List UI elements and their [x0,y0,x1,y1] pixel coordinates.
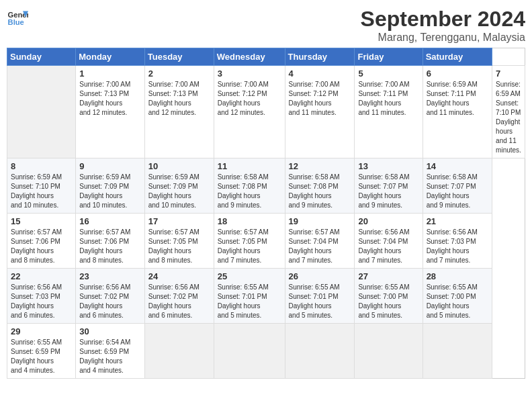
calendar-cell: 14Sunrise: 6:58 AMSunset: 7:07 PMDayligh… [423,158,492,214]
cell-details: Sunrise: 7:00 AMSunset: 7:12 PMDaylight … [218,80,281,118]
cell-details: Sunrise: 6:55 AMSunset: 6:59 PMDaylight … [11,338,72,375]
calendar-cell [144,324,214,379]
day-number: 4 [289,68,351,79]
cell-details: Sunrise: 6:55 AMSunset: 7:01 PMDaylight … [289,283,351,320]
day-number: 12 [289,161,351,171]
calendar-cell: 22Sunrise: 6:56 AMSunset: 7:03 PMDayligh… [7,269,76,324]
day-number: 6 [427,68,488,79]
day-number: 8 [11,161,72,171]
day-header-tuesday: Tuesday [144,48,214,66]
calendar: SundayMondayTuesdayWednesdayThursdayFrid… [7,48,525,379]
calendar-cell: 21Sunrise: 6:56 AMSunset: 7:03 PMDayligh… [423,214,492,269]
day-number: 1 [79,68,141,79]
calendar-cell: 2Sunrise: 7:00 AMSunset: 7:13 PMDaylight… [144,66,214,158]
day-number: 29 [11,326,72,336]
calendar-cell: 24Sunrise: 6:56 AMSunset: 7:02 PMDayligh… [144,269,214,324]
day-number: 18 [218,216,281,226]
calendar-cell [355,324,423,379]
header: General Blue September 2024 Marang, Tere… [7,7,525,44]
day-number: 17 [148,216,210,226]
calendar-cell: 27Sunrise: 6:55 AMSunset: 7:00 PMDayligh… [355,269,423,324]
day-number: 23 [79,271,141,281]
calendar-cell: 11Sunrise: 6:58 AMSunset: 7:08 PMDayligh… [214,158,285,214]
calendar-cell: 23Sunrise: 6:56 AMSunset: 7:02 PMDayligh… [76,269,145,324]
day-number: 25 [218,271,281,281]
calendar-header-row: SundayMondayTuesdayWednesdayThursdayFrid… [7,48,525,66]
cell-details: Sunrise: 6:58 AMSunset: 7:07 PMDaylight … [427,173,488,210]
day-number: 11 [218,161,281,171]
day-number: 24 [148,271,210,281]
day-number: 21 [427,216,488,226]
calendar-cell: 9Sunrise: 6:59 AMSunset: 7:09 PMDaylight… [76,158,145,214]
calendar-cell: 20Sunrise: 6:56 AMSunset: 7:04 PMDayligh… [355,214,423,269]
day-number: 13 [358,161,418,171]
cell-details: Sunrise: 7:00 AMSunset: 7:11 PMDaylight … [358,80,418,118]
svg-text:Blue: Blue [8,18,24,26]
calendar-week-row: 8Sunrise: 6:59 AMSunset: 7:10 PMDaylight… [7,158,525,214]
calendar-cell: 3Sunrise: 7:00 AMSunset: 7:12 PMDaylight… [214,66,285,158]
location-title: Marang, Terengganu, Malaysia [361,32,525,44]
day-number: 15 [11,216,72,226]
cell-details: Sunrise: 6:57 AMSunset: 7:05 PMDaylight … [148,228,210,265]
calendar-cell: 26Sunrise: 6:55 AMSunset: 7:01 PMDayligh… [285,269,355,324]
cell-details: Sunrise: 6:54 AMSunset: 6:59 PMDaylight … [79,338,141,375]
cell-details: Sunrise: 7:00 AMSunset: 7:12 PMDaylight … [289,80,351,118]
day-number: 3 [218,68,281,79]
day-number: 2 [148,68,210,79]
cell-details: Sunrise: 7:00 AMSunset: 7:13 PMDaylight … [148,80,210,118]
cell-details: Sunrise: 6:56 AMSunset: 7:03 PMDaylight … [427,228,488,265]
calendar-cell: 19Sunrise: 6:57 AMSunset: 7:04 PMDayligh… [285,214,355,269]
calendar-cell [423,324,492,379]
cell-details: Sunrise: 6:57 AMSunset: 7:04 PMDaylight … [289,228,351,265]
logo-icon: General Blue [7,7,28,28]
cell-details: Sunrise: 6:56 AMSunset: 7:04 PMDaylight … [358,228,418,265]
calendar-week-row: 22Sunrise: 6:56 AMSunset: 7:03 PMDayligh… [7,269,525,324]
cell-details: Sunrise: 7:00 AMSunset: 7:13 PMDaylight … [79,80,141,118]
calendar-cell: 15Sunrise: 6:57 AMSunset: 7:06 PMDayligh… [7,214,76,269]
cell-details: Sunrise: 6:58 AMSunset: 7:08 PMDaylight … [289,173,351,210]
day-number: 30 [79,326,141,336]
cell-details: Sunrise: 6:58 AMSunset: 7:07 PMDaylight … [358,173,418,210]
calendar-cell: 13Sunrise: 6:58 AMSunset: 7:07 PMDayligh… [355,158,423,214]
calendar-cell: 12Sunrise: 6:58 AMSunset: 7:08 PMDayligh… [285,158,355,214]
day-number: 26 [289,271,351,281]
day-header-saturday: Saturday [423,48,492,66]
day-number: 14 [427,161,488,171]
cell-details: Sunrise: 6:56 AMSunset: 7:03 PMDaylight … [11,283,72,320]
cell-details: Sunrise: 6:58 AMSunset: 7:08 PMDaylight … [218,173,281,210]
calendar-cell: 29Sunrise: 6:55 AMSunset: 6:59 PMDayligh… [7,324,76,379]
day-number: 16 [79,216,141,226]
cell-details: Sunrise: 6:57 AMSunset: 7:06 PMDaylight … [79,228,141,265]
calendar-cell: 16Sunrise: 6:57 AMSunset: 7:06 PMDayligh… [76,214,145,269]
day-number: 19 [289,216,351,226]
day-number: 20 [358,216,418,226]
calendar-cell: 17Sunrise: 6:57 AMSunset: 7:05 PMDayligh… [144,214,214,269]
calendar-cell: 30Sunrise: 6:54 AMSunset: 6:59 PMDayligh… [76,324,145,379]
calendar-cell: 28Sunrise: 6:55 AMSunset: 7:00 PMDayligh… [423,269,492,324]
calendar-week-row: 29Sunrise: 6:55 AMSunset: 6:59 PMDayligh… [7,324,525,379]
cell-details: Sunrise: 6:56 AMSunset: 7:02 PMDaylight … [79,283,141,320]
day-header-sunday: Sunday [7,48,76,66]
cell-details: Sunrise: 6:55 AMSunset: 7:00 PMDaylight … [358,283,418,320]
calendar-cell: 8Sunrise: 6:59 AMSunset: 7:10 PMDaylight… [7,158,76,214]
day-number: 10 [148,161,210,171]
calendar-cell: 18Sunrise: 6:57 AMSunset: 7:05 PMDayligh… [214,214,285,269]
calendar-cell: 5Sunrise: 7:00 AMSunset: 7:11 PMDaylight… [355,66,423,158]
day-number: 7 [496,68,521,79]
cell-details: Sunrise: 6:56 AMSunset: 7:02 PMDaylight … [148,283,210,320]
calendar-cell [7,66,76,158]
cell-details: Sunrise: 6:55 AMSunset: 7:00 PMDaylight … [427,283,488,320]
day-header-thursday: Thursday [285,48,355,66]
calendar-cell: 4Sunrise: 7:00 AMSunset: 7:12 PMDaylight… [285,66,355,158]
cell-details: Sunrise: 6:55 AMSunset: 7:01 PMDaylight … [218,283,281,320]
calendar-cell: 1Sunrise: 7:00 AMSunset: 7:13 PMDaylight… [76,66,145,158]
logo: General Blue [7,7,28,28]
day-header-monday: Monday [76,48,145,66]
cell-details: Sunrise: 6:59 AMSunset: 7:09 PMDaylight … [148,173,210,210]
cell-details: Sunrise: 6:59 AMSunset: 7:10 PMDaylight … [11,173,72,210]
cell-details: Sunrise: 6:59 AMSunset: 7:11 PMDaylight … [427,80,488,118]
calendar-week-row: 15Sunrise: 6:57 AMSunset: 7:06 PMDayligh… [7,214,525,269]
calendar-cell: 25Sunrise: 6:55 AMSunset: 7:01 PMDayligh… [214,269,285,324]
cell-details: Sunrise: 6:59 AMSunset: 7:10 PMDaylight … [496,80,521,155]
day-number: 5 [358,68,418,79]
